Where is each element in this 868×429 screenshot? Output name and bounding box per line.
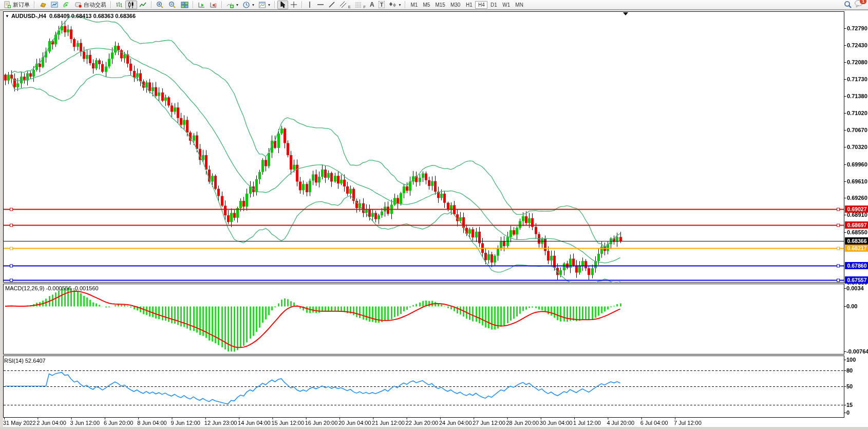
indicators-icon	[227, 1, 234, 9]
gold-ingot-icon	[39, 1, 47, 9]
horizontal-line-tool-button[interactable]	[315, 1, 326, 9]
tile-windows-button[interactable]	[179, 1, 191, 9]
fibonacci-icon	[355, 1, 362, 8]
toolbar: 新订单 自动交易 ▾ ▾ ▾ E F A T ▾ M1M5M15M30H1H4D…	[0, 0, 868, 10]
zoom-out-icon	[168, 1, 177, 9]
line-chart-icon	[139, 1, 147, 9]
market-button[interactable]	[37, 1, 49, 9]
crosshair-tool-button[interactable]	[288, 1, 299, 9]
new-order-button[interactable]: 新订单	[2, 1, 32, 9]
search-icon	[844, 1, 852, 9]
toolbar-separator	[151, 1, 152, 8]
timeframe-m1-button[interactable]: M1	[408, 1, 420, 9]
auto-scroll-icon	[198, 1, 205, 9]
periods-button[interactable]: ▾	[240, 1, 256, 9]
signal-icon	[63, 1, 70, 9]
dropdown-caret-icon: ▾	[236, 3, 238, 7]
template-icon	[258, 1, 266, 9]
vertical-line-tool-button[interactable]	[305, 1, 315, 9]
timeframe-m5-button[interactable]: M5	[420, 1, 432, 9]
label-tool-button[interactable]: T	[376, 1, 387, 9]
arrows-tool-button[interactable]: ▾	[387, 1, 403, 9]
indicators-button[interactable]: ▾	[224, 1, 240, 9]
tile-windows-icon	[181, 1, 188, 9]
autotrade-status-icon	[74, 1, 82, 9]
charts-window-button[interactable]	[49, 1, 61, 9]
notifications-button[interactable]: 1	[854, 0, 863, 10]
cursor-tool-button[interactable]	[277, 1, 288, 9]
chart-window: ▼AUDUSD-,H4 0.68409 0.68413 0.68363 0.68…	[0, 10, 868, 427]
text-tool-button[interactable]: A	[368, 1, 376, 9]
dropdown-caret-icon: ▾	[252, 3, 254, 7]
chart-shift-icon	[210, 1, 217, 9]
price-axis[interactable]	[844, 10, 868, 418]
trendline-icon	[328, 1, 335, 8]
toolbar-separator	[221, 1, 222, 8]
signals-button[interactable]	[61, 1, 72, 9]
channel-tool-button[interactable]: E	[337, 1, 353, 9]
candlestick-chart-icon	[127, 1, 135, 9]
toolbar-separator	[301, 1, 303, 8]
new-order-label: 新订单	[13, 1, 30, 9]
horizontal-line-icon	[317, 1, 324, 8]
fibonacci-tool-button[interactable]: F	[353, 1, 368, 9]
timeframe-toolbar: M1M5M15M30H1H4D1W1MN	[408, 1, 525, 9]
toolbar-separator	[110, 1, 111, 8]
zoom-in-button[interactable]	[154, 1, 166, 9]
dropdown-caret-icon: ▾	[399, 3, 401, 7]
timeframe-m30-button[interactable]: M30	[448, 1, 463, 9]
crosshair-icon	[290, 1, 297, 8]
timeframe-h4-button[interactable]: H4	[475, 1, 487, 9]
zoom-out-button[interactable]	[166, 1, 179, 9]
equidistant-channel-icon	[339, 1, 347, 8]
timeframe-m15-button[interactable]: M15	[432, 1, 447, 9]
arrows-icon	[389, 1, 397, 8]
timeframe-d1-button[interactable]: D1	[487, 1, 500, 9]
label-tool-icon: T	[379, 1, 385, 8]
channel-letter: E	[348, 5, 351, 9]
window-bottom-edge	[0, 427, 868, 429]
toolbar-separator	[34, 1, 35, 8]
bar-chart-icon	[116, 1, 123, 9]
search-button[interactable]	[842, 1, 854, 9]
line-chart-button[interactable]	[137, 1, 149, 9]
zoom-in-icon	[156, 1, 164, 9]
chart-shift-button[interactable]	[207, 1, 219, 9]
clock-icon	[242, 1, 250, 9]
text-tool-icon: A	[370, 1, 374, 8]
timeframe-w1-button[interactable]: W1	[500, 1, 513, 9]
autotrade-label: 自动交易	[84, 1, 106, 9]
toolbar-separator	[405, 1, 406, 8]
autotrade-button[interactable]: 自动交易	[72, 1, 108, 9]
chart-window-icon	[51, 1, 59, 9]
chart-plot-canvas[interactable]	[0, 10, 868, 427]
time-axis[interactable]	[0, 418, 868, 427]
dropdown-caret-icon: ▾	[268, 3, 270, 7]
bar-chart-button[interactable]	[114, 1, 125, 9]
trendline-tool-button[interactable]	[326, 1, 337, 9]
auto-scroll-button[interactable]	[196, 1, 207, 9]
timeframe-h1-button[interactable]: H1	[463, 1, 475, 9]
new-order-icon	[4, 1, 11, 9]
fibo-letter: F	[364, 5, 366, 9]
notification-badge: 1	[860, 0, 866, 4]
timeframe-mn-button[interactable]: MN	[513, 1, 526, 9]
cursor-icon	[279, 1, 286, 8]
vertical-line-icon	[307, 1, 313, 8]
toolbar-separator	[274, 1, 275, 8]
toolbar-separator	[193, 1, 194, 8]
templates-button[interactable]: ▾	[256, 1, 272, 9]
candlestick-chart-button[interactable]	[125, 1, 137, 9]
